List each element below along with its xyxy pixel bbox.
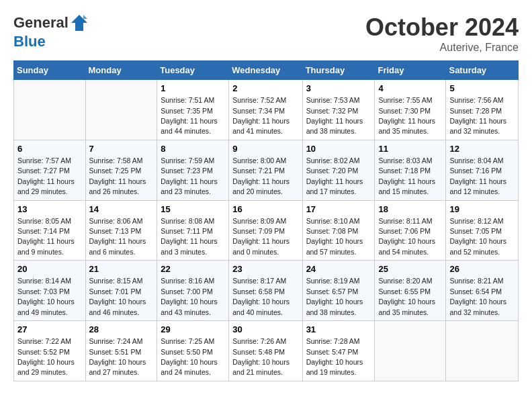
day-number: 5 xyxy=(449,83,515,95)
weekday-header: Sunday xyxy=(14,61,86,80)
logo-icon xyxy=(70,13,89,32)
weekday-header: Thursday xyxy=(302,61,375,80)
calendar-cell: 23Sunrise: 8:17 AM Sunset: 6:58 PM Dayli… xyxy=(229,261,302,321)
day-number: 10 xyxy=(306,143,371,155)
calendar-cell: 12Sunrise: 8:04 AM Sunset: 7:16 PM Dayli… xyxy=(446,140,519,200)
calendar-week-row: 1Sunrise: 7:51 AM Sunset: 7:35 PM Daylig… xyxy=(14,80,519,140)
day-info: Sunrise: 8:12 AM Sunset: 7:05 PM Dayligh… xyxy=(449,217,506,256)
day-info: Sunrise: 7:25 AM Sunset: 5:50 PM Dayligh… xyxy=(161,337,218,376)
weekday-header: Friday xyxy=(375,61,446,80)
calendar-cell: 28Sunrise: 7:24 AM Sunset: 5:51 PM Dayli… xyxy=(85,321,157,381)
day-info: Sunrise: 8:03 AM Sunset: 7:18 PM Dayligh… xyxy=(378,156,435,195)
day-number: 30 xyxy=(232,324,298,336)
calendar-cell: 1Sunrise: 7:51 AM Sunset: 7:35 PM Daylig… xyxy=(157,80,229,140)
logo: General Blue xyxy=(13,13,89,50)
day-info: Sunrise: 7:22 AM Sunset: 5:52 PM Dayligh… xyxy=(17,337,75,376)
calendar-cell xyxy=(446,321,519,381)
calendar-cell: 2Sunrise: 7:52 AM Sunset: 7:34 PM Daylig… xyxy=(229,80,302,140)
day-number: 21 xyxy=(89,263,154,275)
logo-blue: Blue xyxy=(13,33,46,50)
calendar-cell xyxy=(85,80,157,140)
day-number: 19 xyxy=(449,203,515,216)
calendar-cell: 17Sunrise: 8:10 AM Sunset: 7:08 PM Dayli… xyxy=(302,200,375,261)
day-number: 25 xyxy=(378,263,442,275)
day-number: 17 xyxy=(306,203,371,216)
day-info: Sunrise: 8:17 AM Sunset: 6:58 PM Dayligh… xyxy=(232,277,290,316)
calendar-cell xyxy=(375,321,446,381)
calendar-cell: 6Sunrise: 7:57 AM Sunset: 7:27 PM Daylig… xyxy=(14,140,86,200)
day-number: 4 xyxy=(378,83,442,95)
calendar-cell: 24Sunrise: 8:19 AM Sunset: 6:57 PM Dayli… xyxy=(302,261,375,321)
calendar-week-row: 13Sunrise: 8:05 AM Sunset: 7:14 PM Dayli… xyxy=(14,200,519,261)
calendar-cell: 21Sunrise: 8:15 AM Sunset: 7:01 PM Dayli… xyxy=(85,261,157,321)
day-info: Sunrise: 8:10 AM Sunset: 7:08 PM Dayligh… xyxy=(306,217,363,256)
calendar-cell: 27Sunrise: 7:22 AM Sunset: 5:52 PM Dayli… xyxy=(14,321,86,381)
day-number: 11 xyxy=(378,143,442,155)
calendar-cell: 19Sunrise: 8:12 AM Sunset: 7:05 PM Dayli… xyxy=(446,200,519,261)
day-info: Sunrise: 8:09 AM Sunset: 7:09 PM Dayligh… xyxy=(232,217,290,256)
calendar-week-row: 6Sunrise: 7:57 AM Sunset: 7:27 PM Daylig… xyxy=(14,140,519,200)
month-title: October 2024 xyxy=(365,13,519,42)
day-number: 7 xyxy=(89,143,154,155)
weekday-header-row: SundayMondayTuesdayWednesdayThursdayFrid… xyxy=(14,61,519,80)
day-number: 28 xyxy=(89,324,154,336)
location-title: Auterive, France xyxy=(365,42,519,54)
day-info: Sunrise: 7:52 AM Sunset: 7:34 PM Dayligh… xyxy=(232,96,290,135)
calendar-cell xyxy=(14,80,86,140)
svg-marker-1 xyxy=(83,15,87,19)
calendar-week-row: 27Sunrise: 7:22 AM Sunset: 5:52 PM Dayli… xyxy=(14,321,519,381)
day-number: 3 xyxy=(306,83,371,95)
calendar-cell: 26Sunrise: 8:21 AM Sunset: 6:54 PM Dayli… xyxy=(446,261,519,321)
day-info: Sunrise: 8:06 AM Sunset: 7:13 PM Dayligh… xyxy=(89,217,146,256)
day-number: 22 xyxy=(161,263,225,275)
day-info: Sunrise: 8:15 AM Sunset: 7:01 PM Dayligh… xyxy=(89,277,146,316)
day-info: Sunrise: 8:19 AM Sunset: 6:57 PM Dayligh… xyxy=(306,277,363,316)
day-info: Sunrise: 7:55 AM Sunset: 7:30 PM Dayligh… xyxy=(378,96,435,135)
day-info: Sunrise: 7:51 AM Sunset: 7:35 PM Dayligh… xyxy=(161,96,218,135)
page-header: General Blue October 2024 Auterive, Fran… xyxy=(13,13,519,54)
day-info: Sunrise: 8:04 AM Sunset: 7:16 PM Dayligh… xyxy=(449,156,506,195)
day-number: 8 xyxy=(161,143,225,155)
calendar-cell: 11Sunrise: 8:03 AM Sunset: 7:18 PM Dayli… xyxy=(375,140,446,200)
calendar-cell: 31Sunrise: 7:28 AM Sunset: 5:47 PM Dayli… xyxy=(302,321,375,381)
calendar-cell: 30Sunrise: 7:26 AM Sunset: 5:48 PM Dayli… xyxy=(229,321,302,381)
calendar-cell: 5Sunrise: 7:56 AM Sunset: 7:28 PM Daylig… xyxy=(446,80,519,140)
day-number: 18 xyxy=(378,203,442,216)
day-number: 24 xyxy=(306,263,371,275)
weekday-header: Tuesday xyxy=(157,61,229,80)
calendar-cell: 4Sunrise: 7:55 AM Sunset: 7:30 PM Daylig… xyxy=(375,80,446,140)
day-info: Sunrise: 8:11 AM Sunset: 7:06 PM Dayligh… xyxy=(378,217,435,256)
day-info: Sunrise: 7:58 AM Sunset: 7:25 PM Dayligh… xyxy=(89,156,146,195)
day-number: 1 xyxy=(161,83,225,95)
day-info: Sunrise: 7:56 AM Sunset: 7:28 PM Dayligh… xyxy=(449,96,506,135)
day-info: Sunrise: 8:21 AM Sunset: 6:54 PM Dayligh… xyxy=(449,277,506,316)
title-area: October 2024 Auterive, France xyxy=(365,13,519,54)
day-number: 2 xyxy=(232,83,298,95)
day-info: Sunrise: 8:20 AM Sunset: 6:55 PM Dayligh… xyxy=(378,277,435,316)
day-number: 14 xyxy=(89,203,154,216)
day-info: Sunrise: 7:24 AM Sunset: 5:51 PM Dayligh… xyxy=(89,337,146,376)
day-info: Sunrise: 7:26 AM Sunset: 5:48 PM Dayligh… xyxy=(232,337,290,376)
day-info: Sunrise: 7:53 AM Sunset: 7:32 PM Dayligh… xyxy=(306,96,363,135)
day-info: Sunrise: 7:28 AM Sunset: 5:47 PM Dayligh… xyxy=(306,337,363,376)
calendar-cell: 7Sunrise: 7:58 AM Sunset: 7:25 PM Daylig… xyxy=(85,140,157,200)
calendar-cell: 10Sunrise: 8:02 AM Sunset: 7:20 PM Dayli… xyxy=(302,140,375,200)
weekday-header: Wednesday xyxy=(229,61,302,80)
calendar-cell: 29Sunrise: 7:25 AM Sunset: 5:50 PM Dayli… xyxy=(157,321,229,381)
day-info: Sunrise: 8:08 AM Sunset: 7:11 PM Dayligh… xyxy=(161,217,218,256)
day-number: 6 xyxy=(17,143,82,155)
calendar-cell: 3Sunrise: 7:53 AM Sunset: 7:32 PM Daylig… xyxy=(302,80,375,140)
calendar-cell: 18Sunrise: 8:11 AM Sunset: 7:06 PM Dayli… xyxy=(375,200,446,261)
day-info: Sunrise: 8:00 AM Sunset: 7:21 PM Dayligh… xyxy=(232,156,290,195)
day-number: 23 xyxy=(232,263,298,275)
day-info: Sunrise: 7:57 AM Sunset: 7:27 PM Dayligh… xyxy=(17,156,75,195)
day-number: 31 xyxy=(306,324,371,336)
day-info: Sunrise: 8:16 AM Sunset: 7:00 PM Dayligh… xyxy=(161,277,218,316)
day-number: 27 xyxy=(17,324,82,336)
calendar-cell: 20Sunrise: 8:14 AM Sunset: 7:03 PM Dayli… xyxy=(14,261,86,321)
day-number: 29 xyxy=(161,324,225,336)
day-info: Sunrise: 8:02 AM Sunset: 7:20 PM Dayligh… xyxy=(306,156,363,195)
calendar-cell: 14Sunrise: 8:06 AM Sunset: 7:13 PM Dayli… xyxy=(85,200,157,261)
day-info: Sunrise: 8:14 AM Sunset: 7:03 PM Dayligh… xyxy=(17,277,75,316)
day-number: 15 xyxy=(161,203,225,216)
